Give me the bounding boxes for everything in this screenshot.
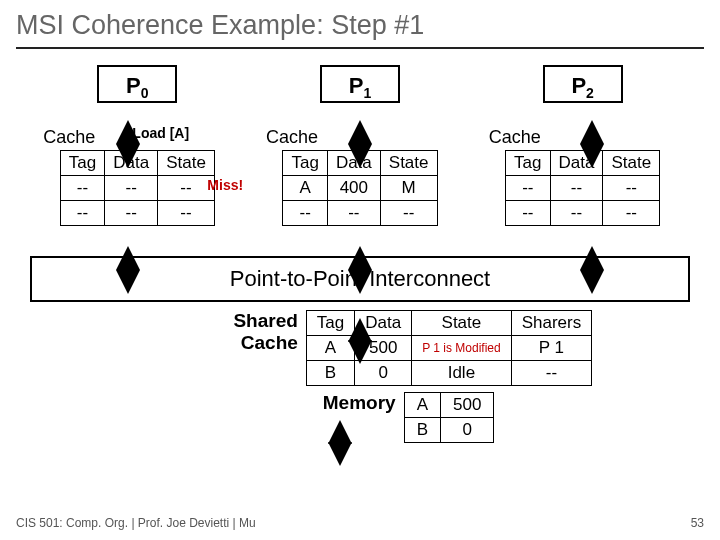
shared-cache-label: SharedCache [128,310,298,354]
cache-label: Cache [260,127,460,148]
shared-cache-table: TagDataStateSharers A500P 1 is ModifiedP… [306,310,592,386]
cache-table-p0: TagDataState ------ ------ [60,150,215,226]
memory-table: A500 B0 [404,392,495,443]
footer: CIS 501: Comp. Org. | Prof. Joe Devietti… [16,516,704,530]
slide-title: MSI Coherence Example: Step #1 [16,10,704,49]
cache-p1: Cache TagDataState A400M ------ [260,127,460,226]
cache-label: Cache [483,127,683,148]
cache-p0: Load [A] Miss! Cache TagDataState ------… [37,127,237,226]
processor-p2: P2 [543,65,623,103]
memory-label: Memory [226,392,396,414]
cache-p2: Cache TagDataState ------ ------ [483,127,683,226]
processor-p0: P0 [97,65,177,103]
load-annotation: Load [A] [132,125,189,141]
processor-p1: P1 [320,65,400,103]
footer-left: CIS 501: Comp. Org. | Prof. Joe Devietti… [16,516,256,530]
cache-table-p2: TagDataState ------ ------ [505,150,660,226]
cache-row: Load [A] Miss! Cache TagDataState ------… [26,127,694,226]
miss-annotation: Miss! [207,177,243,193]
cache-table-p1: TagDataState A400M ------ [282,150,437,226]
processor-row: P0 P1 P2 [26,65,694,103]
interconnect-box: Point-to-Point Interconnect [30,256,690,302]
footer-page-number: 53 [691,516,704,530]
